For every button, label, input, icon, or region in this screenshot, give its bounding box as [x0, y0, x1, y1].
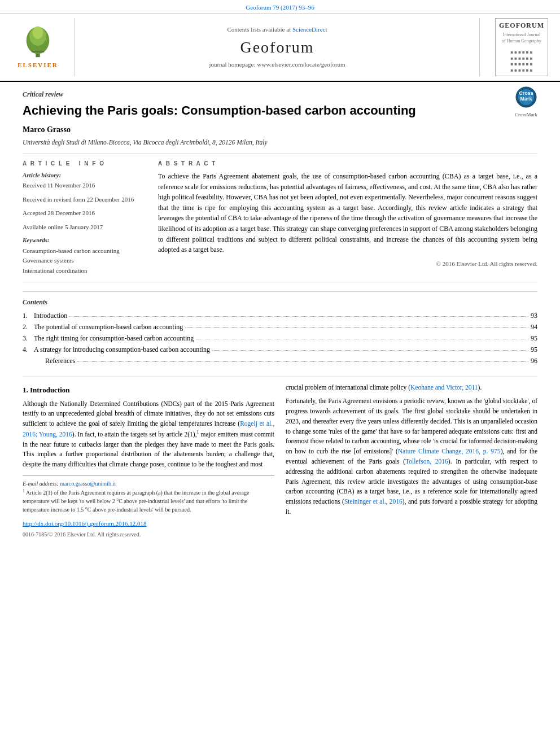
keyword-2: Governance systems: [23, 256, 147, 266]
revised-date: Received in revised form 22 December 201…: [23, 195, 147, 204]
elsevier-logo: ELSEVIER: [15, 25, 60, 69]
info-abstract-area: A R T I C L E I N F O Article history: R…: [23, 160, 537, 276]
keyword-3: International coordination: [23, 266, 147, 276]
article-type: Critical review: [23, 90, 537, 99]
email-footnote: E-mail address: marco.grasso@unimib.it: [23, 479, 274, 488]
issn-text: 0016-7185/© 2016 Elsevier Ltd. All right…: [23, 531, 141, 538]
received-date: Received 11 November 2016: [23, 181, 147, 190]
right-para-1: crucial problem of international climate…: [286, 383, 537, 393]
nature-link[interactable]: Nature Climate Change, 2016, p. 975: [398, 448, 501, 455]
available-date: Available online 5 January 2017: [23, 222, 147, 232]
toc-item-3: 3. The right timing for consumption-base…: [23, 334, 537, 343]
toc-dots-4: [212, 345, 528, 351]
toc-label-3: The right timing for consumption-based c…: [34, 334, 194, 343]
geoforum-logo-title: GEOFORUM: [499, 21, 544, 30]
science-direct-link[interactable]: ScienceDirect: [292, 26, 327, 33]
geoforum-logo-box: GEOFORUM International Journalof Human G…: [495, 18, 548, 76]
toc-label-refs: References: [45, 356, 75, 366]
intro-para-1: Although the Nationally Determined Contr…: [23, 399, 274, 470]
toc-num-4: 4.: [23, 345, 34, 355]
abstract-text: To achieve the Paris Agreement abatement…: [158, 171, 537, 255]
toc-dots-1: [69, 312, 528, 317]
article-title: Achieving the Paris goals: Consumption-b…: [23, 103, 515, 119]
doi-area: http://dx.doi.org/10.1016/j.geoforum.201…: [23, 518, 274, 539]
article-content: Critical review Achieving the Paris goal…: [0, 82, 560, 547]
footnote-area: E-mail address: marco.grasso@unimib.it 1…: [23, 475, 274, 514]
author-name: Marco Grasso: [23, 124, 537, 136]
tollefson-link[interactable]: Tollefson, 2016: [405, 458, 448, 465]
divider: [23, 154, 537, 154]
right-para-2: Fortunately, the Paris Agreement envisio…: [286, 396, 537, 517]
divider-2: [23, 282, 537, 282]
toc-dots-3: [196, 334, 528, 339]
keywords-list: Consumption-based carbon accounting Gove…: [23, 246, 147, 276]
toc-item-1: 1. Introduction 93: [23, 311, 537, 321]
toc-item-4: 4. A strategy for introducing consumptio…: [23, 345, 537, 355]
elsevier-tree-icon: [15, 25, 60, 59]
elsevier-logo-area: ELSEVIER: [7, 18, 69, 76]
toc-label-4: A strategy for introducing consumption-b…: [34, 345, 210, 355]
crossmark-label: CrossMark: [515, 111, 537, 119]
toc-dots-refs: [77, 356, 528, 362]
toc-num-3: 3.: [23, 334, 34, 343]
body-left-col: 1. Introduction Although the Nationally …: [23, 383, 274, 539]
geoforum-logo-lines: International Journalof Human Geography■…: [499, 32, 544, 73]
rogelj-link[interactable]: Rogelj et al., 2016; Young, 2016: [23, 420, 274, 438]
contents-section: Contents 1. Introduction 93 2. The poten…: [23, 291, 537, 366]
svg-text:Cross: Cross: [519, 90, 533, 96]
journal-name: Geoforum: [240, 36, 314, 58]
toc-page-3: 95: [531, 334, 537, 343]
crossmark-area: Cross Mark CrossMark: [515, 86, 537, 119]
article-info-col: A R T I C L E I N F O Article history: R…: [23, 160, 147, 276]
geoforum-logo-area: GEOFORUM International Journalof Human G…: [485, 18, 553, 76]
toc-item-2: 2. The potential of consumption-based ca…: [23, 322, 537, 332]
article-body: 1. Introduction Although the Nationally …: [23, 377, 537, 539]
abstract-heading: A B S T R A C T: [158, 160, 537, 168]
svg-point-3: [33, 27, 43, 39]
toc-page-4: 95: [531, 345, 537, 355]
abstract-col: A B S T R A C T To achieve the Paris Agr…: [158, 160, 537, 276]
toc-label-1: Introduction: [34, 311, 67, 321]
journal-citation: Geoforum 79 (2017) 93–96: [246, 4, 314, 11]
toc-num-2: 2.: [23, 322, 34, 332]
keyword-1: Consumption-based carbon accounting: [23, 246, 147, 256]
elsevier-text: ELSEVIER: [18, 61, 58, 69]
doi-link[interactable]: http://dx.doi.org/10.1016/j.geoforum.201…: [23, 520, 146, 527]
affiliation: Università degli Studi di Milano-Bicocca…: [23, 138, 537, 147]
section-1-title: 1. Introduction: [23, 385, 274, 395]
body-right-col: crucial problem of international climate…: [286, 383, 537, 539]
toc-page-1: 93: [531, 311, 537, 321]
accepted-date: Accepted 28 December 2016: [23, 208, 147, 218]
svg-rect-4: [32, 51, 44, 53]
footnote-1: 1 Article 2(1) of the Paris Agreement re…: [23, 488, 274, 514]
svg-text:Mark: Mark: [520, 96, 532, 102]
crossmark-icon: Cross Mark: [515, 86, 537, 108]
toc-page-2: 94: [531, 322, 537, 332]
toc-item-refs: References 96: [23, 356, 537, 366]
science-direct-line: Contents lists available at ScienceDirec…: [227, 25, 327, 34]
email-link[interactable]: marco.grasso@unimib.it: [60, 480, 116, 487]
contents-heading: Contents: [23, 298, 537, 307]
toc-label-2: The potential of consumption-based carbo…: [34, 322, 183, 332]
top-bar: Geoforum 79 (2017) 93–96: [0, 0, 560, 14]
copyright-line: © 2016 Elsevier Ltd. All rights reserved…: [158, 260, 537, 268]
toc-num-1: 1.: [23, 311, 34, 321]
keohane-link[interactable]: Keohane and Victor, 2011: [410, 384, 478, 391]
journal-name-area: Contents lists available at ScienceDirec…: [75, 18, 480, 76]
steininger-link[interactable]: Steininger et al., 2016: [344, 498, 403, 505]
article-info-heading: A R T I C L E I N F O: [23, 160, 147, 168]
keywords-heading: Keywords:: [23, 236, 147, 244]
toc-page-refs: 96: [531, 356, 537, 366]
page: Geoforum 79 (2017) 93–96 ELSEVIER: [0, 0, 560, 747]
history-heading: Article history:: [23, 171, 147, 180]
journal-header: ELSEVIER Contents lists available at Sci…: [0, 14, 560, 82]
journal-homepage: journal homepage: www.elsevier.com/locat…: [209, 60, 345, 69]
toc-dots-2: [185, 323, 528, 329]
